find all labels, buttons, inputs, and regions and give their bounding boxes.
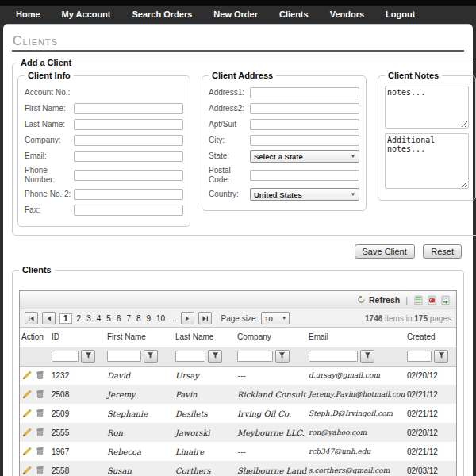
export-buttons <box>413 293 451 307</box>
column-header-first-name[interactable]: First Name <box>106 328 174 347</box>
edit-pencil-icon[interactable] <box>21 389 32 399</box>
column-header-id[interactable]: ID <box>50 328 106 347</box>
state-label: State: <box>209 152 250 161</box>
export-pdf-button[interactable] <box>427 293 437 307</box>
first-name-filter-button[interactable] <box>144 350 158 363</box>
last-name-cell: Linaire <box>174 442 236 461</box>
column-header-company[interactable]: Company <box>236 328 307 347</box>
company-input[interactable] <box>74 135 183 146</box>
column-header-last-name[interactable]: Last Name <box>174 328 236 347</box>
apt-suit-input[interactable] <box>250 119 359 130</box>
page-number-3[interactable]: 3 <box>86 314 92 323</box>
city-input[interactable] <box>250 135 359 146</box>
page-number-1[interactable]: 1 <box>60 313 72 324</box>
page-size-select[interactable]: 10 ▼ <box>261 312 290 324</box>
address2-input[interactable] <box>250 103 359 114</box>
first-name-cell: Ron <box>106 423 174 442</box>
page-number-9[interactable]: 9 <box>146 314 152 323</box>
company-filter-input[interactable] <box>237 351 273 362</box>
edit-pencil-icon[interactable] <box>21 446 32 456</box>
page-number-6[interactable]: 6 <box>116 314 122 323</box>
delete-trash-icon[interactable] <box>35 427 45 437</box>
phone-number-label: Phone Number: <box>25 166 74 185</box>
funnel-icon <box>85 351 92 361</box>
last-name-input[interactable] <box>74 119 183 130</box>
additional-notes-textarea[interactable]: Additional notes... <box>385 133 469 189</box>
id-filter-button[interactable] <box>81 350 95 363</box>
created-cell: 02/20/12 <box>405 423 456 442</box>
notes-textarea[interactable]: notes... <box>385 86 469 129</box>
created-filter-button[interactable] <box>434 350 448 363</box>
page-size-control: Page size: 10 ▼ <box>221 312 290 324</box>
edit-pencil-icon[interactable] <box>21 465 32 475</box>
action-cell <box>20 461 50 476</box>
country-select[interactable]: United States▼ <box>250 188 359 201</box>
delete-trash-icon[interactable] <box>35 465 45 475</box>
edit-pencil-icon[interactable] <box>21 370 32 380</box>
state-select[interactable]: Select a State▼ <box>250 150 359 163</box>
created-filter-input[interactable] <box>407 351 432 362</box>
refresh-button[interactable]: Refresh <box>357 295 400 305</box>
client-address-fields: Address1:Address2:Apt/SuitCity:State:Sel… <box>209 86 359 201</box>
reset-button[interactable]: Reset <box>423 244 462 259</box>
nav-item-logout[interactable]: Logout <box>386 10 415 19</box>
page-number-10[interactable]: 10 <box>155 314 166 323</box>
email-cell: Jeremy.Pavin@hotmail.com <box>307 385 405 404</box>
first-name-cell: Stephanie <box>106 404 174 423</box>
delete-trash-icon[interactable] <box>35 408 45 418</box>
last-page-button[interactable] <box>198 312 212 324</box>
pager-ellipsis[interactable]: ... <box>170 314 176 323</box>
fax-input[interactable] <box>74 205 183 216</box>
first-page-button[interactable] <box>25 312 38 324</box>
delete-trash-icon[interactable] <box>35 389 45 399</box>
table-row: 2558SusanCorthersShelbourne Landscapings… <box>20 461 456 476</box>
address1-input[interactable] <box>250 87 359 98</box>
export-excel-button[interactable] <box>413 293 424 307</box>
city-label: City: <box>209 136 250 145</box>
page-number-7[interactable]: 7 <box>125 314 132 323</box>
page-number-5[interactable]: 5 <box>106 314 112 323</box>
nav-item-clients[interactable]: Clients <box>279 10 309 19</box>
chevron-down-icon: ▼ <box>351 192 355 197</box>
prev-page-button[interactable] <box>42 312 56 324</box>
nav-item-vendors[interactable]: Vendors <box>330 10 364 19</box>
nav-item-home[interactable]: Home <box>16 10 40 19</box>
next-page-button[interactable] <box>181 312 194 324</box>
id-filter-input[interactable] <box>52 351 79 362</box>
edit-pencil-icon[interactable] <box>21 408 32 418</box>
postal-code-input[interactable] <box>250 170 359 181</box>
phone-no-2-input[interactable] <box>74 189 183 200</box>
created-cell: 02/20/12 <box>405 366 456 385</box>
first-name-input[interactable] <box>74 103 183 114</box>
phone-number-input[interactable] <box>74 170 183 181</box>
save-client-button[interactable]: Save Client <box>355 244 415 259</box>
clients-table: ActionIDFirst NameLast NameCompanyEmailC… <box>20 328 456 476</box>
edit-pencil-icon[interactable] <box>21 427 32 437</box>
first-name-filter-input[interactable] <box>107 351 141 362</box>
client-address-section: Client Address Address1:Address2:Apt/Sui… <box>202 71 367 211</box>
email-filter-input[interactable] <box>309 351 358 362</box>
grid-toolbar: Refresh | <box>20 291 456 309</box>
last-name-filter-input[interactable] <box>175 351 205 362</box>
page-number-2[interactable]: 2 <box>76 314 83 323</box>
pages-count: 175 <box>414 314 428 323</box>
last-name-filter-button[interactable] <box>208 350 222 363</box>
company-cell: Irving Oil Co. <box>236 404 307 423</box>
action-cell <box>20 442 50 461</box>
column-header-email[interactable]: Email <box>307 328 405 347</box>
company-filter-button[interactable] <box>275 350 290 363</box>
delete-trash-icon[interactable] <box>35 370 45 380</box>
nav-item-search-orders[interactable]: Search Orders <box>132 10 193 19</box>
delete-trash-icon[interactable] <box>35 446 45 456</box>
column-header-action[interactable]: Action <box>20 328 50 347</box>
nav-item-new-order[interactable]: New Order <box>213 10 258 19</box>
email-input[interactable] <box>74 151 183 162</box>
email-filter-button[interactable] <box>360 350 374 363</box>
created-cell: 02/21/12 <box>405 404 456 423</box>
page-number-8[interactable]: 8 <box>136 314 142 323</box>
page-number-4[interactable]: 4 <box>96 314 102 323</box>
column-header-created[interactable]: Created <box>405 328 456 347</box>
company-cell: --- <box>236 442 307 461</box>
export-csv-button[interactable] <box>440 293 451 307</box>
nav-item-my-account[interactable]: My Account <box>62 10 111 19</box>
